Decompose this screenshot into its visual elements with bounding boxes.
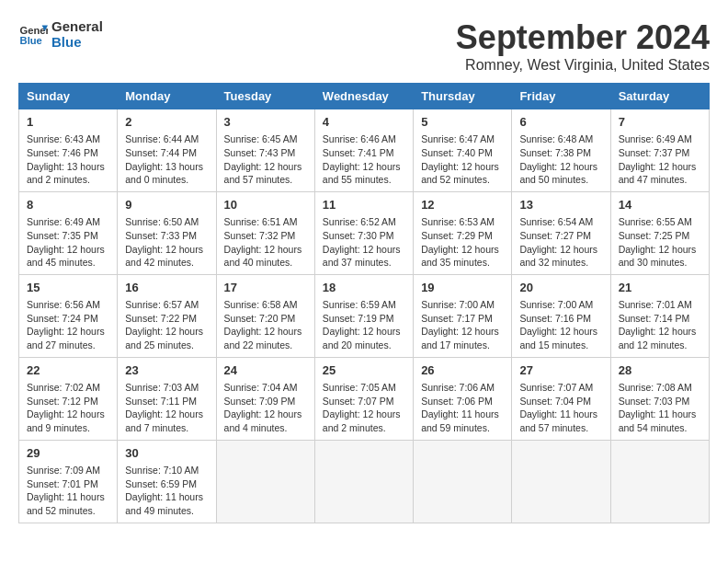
day-info: Sunrise: 6:47 AM Sunset: 7:40 PM Dayligh… — [421, 132, 504, 187]
day-info: Sunrise: 6:51 AM Sunset: 7:32 PM Dayligh… — [224, 215, 307, 270]
calendar-cell — [314, 440, 413, 523]
day-info: Sunrise: 7:09 AM Sunset: 7:01 PM Dayligh… — [27, 464, 109, 518]
day-info: Sunrise: 7:01 AM Sunset: 7:14 PM Dayligh… — [619, 298, 701, 352]
calendar-cell: 13Sunrise: 6:54 AM Sunset: 7:27 PM Dayli… — [512, 191, 610, 274]
day-number: 12 — [421, 197, 504, 213]
calendar-subtitle: Romney, West Virginia, United States — [456, 57, 710, 74]
day-number: 15 — [27, 280, 109, 296]
calendar-cell: 3Sunrise: 6:45 AM Sunset: 7:43 PM Daylig… — [216, 109, 314, 192]
day-number: 27 — [519, 362, 602, 379]
calendar-cell: 19Sunrise: 7:00 AM Sunset: 7:17 PM Dayli… — [414, 274, 512, 357]
header-tuesday: Tuesday — [216, 84, 314, 109]
header-saturday: Saturday — [610, 84, 709, 109]
day-info: Sunrise: 6:45 AM Sunset: 7:43 PM Dayligh… — [224, 132, 307, 187]
calendar-cell: 11Sunrise: 6:52 AM Sunset: 7:30 PM Dayli… — [314, 191, 413, 274]
calendar-cell: 4Sunrise: 6:46 AM Sunset: 7:41 PM Daylig… — [314, 109, 413, 192]
calendar-cell: 9Sunrise: 6:50 AM Sunset: 7:33 PM Daylig… — [118, 191, 216, 274]
day-info: Sunrise: 6:55 AM Sunset: 7:25 PM Dayligh… — [619, 215, 701, 270]
day-number: 14 — [619, 197, 701, 213]
calendar-cell: 8Sunrise: 6:49 AM Sunset: 7:35 PM Daylig… — [19, 191, 118, 274]
day-number: 29 — [27, 445, 109, 462]
day-number: 22 — [27, 362, 109, 379]
calendar-cell: 18Sunrise: 6:59 AM Sunset: 7:19 PM Dayli… — [314, 274, 413, 357]
day-number: 25 — [323, 362, 405, 379]
calendar-title: September 2024 — [456, 18, 710, 57]
logo-line2: Blue — [51, 34, 103, 50]
week-row-5: 29Sunrise: 7:09 AM Sunset: 7:01 PM Dayli… — [19, 440, 710, 523]
day-number: 7 — [619, 114, 701, 131]
calendar-cell: 10Sunrise: 6:51 AM Sunset: 7:32 PM Dayli… — [216, 191, 314, 274]
day-info: Sunrise: 7:04 AM Sunset: 7:09 PM Dayligh… — [224, 381, 307, 435]
week-row-4: 22Sunrise: 7:02 AM Sunset: 7:12 PM Dayli… — [19, 357, 710, 440]
day-info: Sunrise: 7:02 AM Sunset: 7:12 PM Dayligh… — [27, 381, 109, 435]
calendar-cell: 27Sunrise: 7:07 AM Sunset: 7:04 PM Dayli… — [512, 357, 610, 440]
header-thursday: Thursday — [414, 84, 512, 109]
day-info: Sunrise: 7:10 AM Sunset: 6:59 PM Dayligh… — [125, 464, 208, 518]
day-info: Sunrise: 7:08 AM Sunset: 7:03 PM Dayligh… — [619, 381, 701, 435]
day-info: Sunrise: 6:56 AM Sunset: 7:24 PM Dayligh… — [27, 298, 109, 352]
calendar-cell: 24Sunrise: 7:04 AM Sunset: 7:09 PM Dayli… — [216, 357, 314, 440]
day-number: 10 — [224, 197, 307, 213]
day-number: 24 — [224, 362, 307, 379]
day-number: 3 — [224, 114, 307, 131]
day-info: Sunrise: 7:00 AM Sunset: 7:16 PM Dayligh… — [519, 298, 602, 352]
page-header: General Blue General Blue September 2024… — [18, 18, 710, 74]
svg-text:Blue: Blue — [20, 35, 42, 46]
day-info: Sunrise: 7:00 AM Sunset: 7:17 PM Dayligh… — [421, 298, 504, 352]
day-number: 23 — [125, 362, 208, 379]
calendar-cell: 17Sunrise: 6:58 AM Sunset: 7:20 PM Dayli… — [216, 274, 314, 357]
day-info: Sunrise: 7:06 AM Sunset: 7:06 PM Dayligh… — [421, 381, 504, 435]
day-number: 28 — [619, 362, 701, 379]
calendar-cell — [512, 440, 610, 523]
week-row-2: 8Sunrise: 6:49 AM Sunset: 7:35 PM Daylig… — [19, 191, 710, 274]
day-info: Sunrise: 6:58 AM Sunset: 7:20 PM Dayligh… — [224, 298, 307, 352]
day-number: 4 — [323, 114, 405, 131]
day-number: 30 — [125, 445, 208, 462]
day-number: 26 — [421, 362, 504, 379]
calendar-header-row: SundayMondayTuesdayWednesdayThursdayFrid… — [19, 84, 710, 109]
calendar-cell: 12Sunrise: 6:53 AM Sunset: 7:29 PM Dayli… — [414, 191, 512, 274]
calendar-cell: 22Sunrise: 7:02 AM Sunset: 7:12 PM Dayli… — [19, 357, 118, 440]
day-number: 6 — [519, 114, 602, 131]
calendar-cell: 30Sunrise: 7:10 AM Sunset: 6:59 PM Dayli… — [118, 440, 216, 523]
day-number: 9 — [125, 197, 208, 213]
day-info: Sunrise: 6:46 AM Sunset: 7:41 PM Dayligh… — [323, 132, 405, 187]
day-info: Sunrise: 6:59 AM Sunset: 7:19 PM Dayligh… — [323, 298, 405, 352]
header-monday: Monday — [118, 84, 216, 109]
calendar-cell: 21Sunrise: 7:01 AM Sunset: 7:14 PM Dayli… — [610, 274, 709, 357]
calendar-cell: 25Sunrise: 7:05 AM Sunset: 7:07 PM Dayli… — [314, 357, 413, 440]
week-row-3: 15Sunrise: 6:56 AM Sunset: 7:24 PM Dayli… — [19, 274, 710, 357]
calendar-cell: 6Sunrise: 6:48 AM Sunset: 7:38 PM Daylig… — [512, 109, 610, 192]
day-number: 13 — [519, 197, 602, 213]
calendar-cell: 7Sunrise: 6:49 AM Sunset: 7:37 PM Daylig… — [610, 109, 709, 192]
calendar-cell: 20Sunrise: 7:00 AM Sunset: 7:16 PM Dayli… — [512, 274, 610, 357]
day-number: 21 — [619, 280, 701, 296]
day-info: Sunrise: 6:48 AM Sunset: 7:38 PM Dayligh… — [519, 132, 602, 187]
day-number: 11 — [323, 197, 405, 213]
calendar-cell: 14Sunrise: 6:55 AM Sunset: 7:25 PM Dayli… — [610, 191, 709, 274]
day-info: Sunrise: 6:50 AM Sunset: 7:33 PM Dayligh… — [125, 215, 208, 270]
header-wednesday: Wednesday — [314, 84, 413, 109]
day-info: Sunrise: 6:52 AM Sunset: 7:30 PM Dayligh… — [323, 215, 405, 270]
day-info: Sunrise: 7:05 AM Sunset: 7:07 PM Dayligh… — [323, 381, 405, 435]
day-info: Sunrise: 7:07 AM Sunset: 7:04 PM Dayligh… — [519, 381, 602, 435]
day-info: Sunrise: 6:49 AM Sunset: 7:35 PM Dayligh… — [27, 215, 109, 270]
day-number: 17 — [224, 280, 307, 296]
calendar-cell: 16Sunrise: 6:57 AM Sunset: 7:22 PM Dayli… — [118, 274, 216, 357]
logo-icon: General Blue — [18, 19, 48, 49]
day-number: 16 — [125, 280, 208, 296]
day-info: Sunrise: 6:49 AM Sunset: 7:37 PM Dayligh… — [619, 132, 701, 187]
day-info: Sunrise: 6:54 AM Sunset: 7:27 PM Dayligh… — [519, 215, 602, 270]
calendar-cell — [216, 440, 314, 523]
day-number: 5 — [421, 114, 504, 131]
day-number: 8 — [27, 197, 109, 213]
calendar-cell: 1Sunrise: 6:43 AM Sunset: 7:46 PM Daylig… — [19, 109, 118, 192]
day-info: Sunrise: 6:57 AM Sunset: 7:22 PM Dayligh… — [125, 298, 208, 352]
calendar-cell: 5Sunrise: 6:47 AM Sunset: 7:40 PM Daylig… — [414, 109, 512, 192]
calendar-cell: 23Sunrise: 7:03 AM Sunset: 7:11 PM Dayli… — [118, 357, 216, 440]
calendar-cell — [414, 440, 512, 523]
day-info: Sunrise: 6:43 AM Sunset: 7:46 PM Dayligh… — [27, 132, 109, 187]
day-number: 1 — [27, 114, 109, 131]
day-number: 18 — [323, 280, 405, 296]
calendar-cell: 29Sunrise: 7:09 AM Sunset: 7:01 PM Dayli… — [19, 440, 118, 523]
